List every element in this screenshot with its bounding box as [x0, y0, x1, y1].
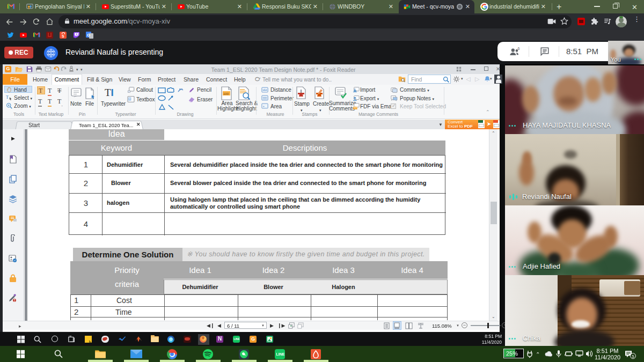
svg-text:100: 100	[223, 92, 229, 95]
svg-text:T: T	[6, 95, 9, 100]
svg-text:6: 6	[518, 47, 520, 50]
svg-text:+: +	[263, 105, 265, 108]
